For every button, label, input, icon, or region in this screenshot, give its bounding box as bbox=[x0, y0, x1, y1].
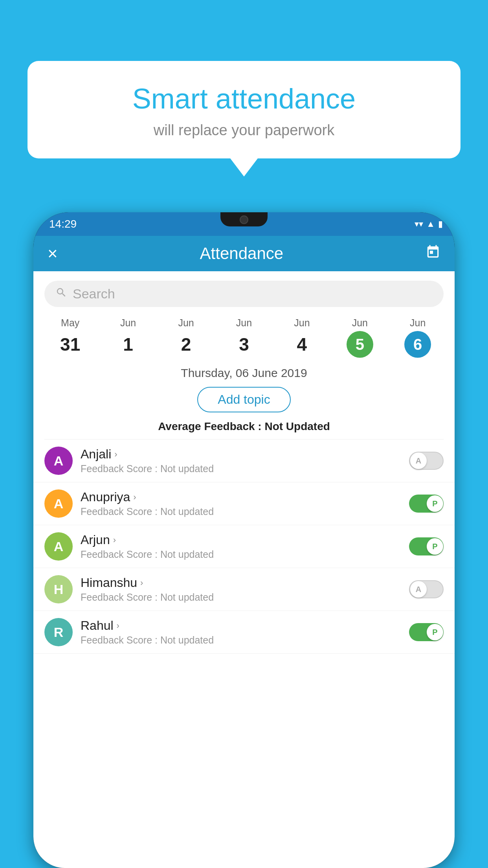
calendar-strip: May31Jun1Jun2Jun3Jun4Jun5Jun6 bbox=[33, 313, 455, 364]
status-time: 14:29 bbox=[49, 218, 77, 230]
search-placeholder: Search bbox=[73, 286, 115, 302]
attendance-toggle[interactable]: P bbox=[409, 495, 444, 513]
attendance-toggle[interactable]: P bbox=[409, 623, 444, 641]
selected-date: Thursday, 06 June 2019 bbox=[33, 366, 455, 380]
student-name: Himanshu › bbox=[81, 576, 401, 590]
cal-month-label: Jun bbox=[273, 317, 331, 329]
avatar: R bbox=[44, 618, 73, 646]
calendar-day[interactable]: Jun3 bbox=[215, 317, 273, 358]
cal-date-label[interactable]: 4 bbox=[288, 331, 315, 358]
phone-frame: 14:29 ▾▾ ▲ ▮ × Attendance Search bbox=[33, 212, 455, 868]
students-list: AAnjali ›Feedback Score : Not updatedAAA… bbox=[33, 440, 455, 654]
calendar-day[interactable]: May31 bbox=[41, 317, 99, 358]
status-icons: ▾▾ ▲ ▮ bbox=[415, 219, 443, 229]
toggle-knob: P bbox=[427, 624, 443, 640]
chevron-icon: › bbox=[113, 535, 116, 545]
battery-icon: ▮ bbox=[438, 219, 443, 229]
cal-date-label[interactable]: 1 bbox=[115, 331, 141, 358]
student-row[interactable]: AArjun ›Feedback Score : Not updatedP bbox=[33, 525, 455, 568]
signal-icon: ▲ bbox=[426, 219, 435, 229]
toggle-knob: P bbox=[427, 495, 443, 512]
phone-camera bbox=[240, 215, 248, 224]
student-info: Himanshu ›Feedback Score : Not updated bbox=[81, 576, 401, 603]
cal-month-label: Jun bbox=[389, 317, 447, 329]
toggle-knob: A bbox=[410, 452, 427, 469]
average-feedback: Average Feedback : Not Updated bbox=[33, 420, 455, 433]
phone-notch bbox=[220, 212, 268, 226]
cal-month-label: Jun bbox=[99, 317, 157, 329]
add-topic-button[interactable]: Add topic bbox=[197, 387, 290, 412]
cal-date-label[interactable]: 6 bbox=[404, 331, 431, 358]
toggle-knob: A bbox=[410, 581, 427, 598]
app-header: × Attendance bbox=[33, 236, 455, 271]
student-name: Arjun › bbox=[81, 533, 401, 547]
cal-month-label: Jun bbox=[215, 317, 273, 329]
avg-feedback-label: Average Feedback : bbox=[158, 420, 262, 432]
toggle-knob: P bbox=[427, 538, 443, 555]
attendance-toggle[interactable]: A bbox=[409, 580, 444, 598]
search-bar[interactable]: Search bbox=[44, 281, 444, 307]
attendance-toggle[interactable]: A bbox=[409, 452, 444, 470]
avatar: A bbox=[44, 532, 73, 561]
avatar: A bbox=[44, 447, 73, 475]
speech-bubble: Smart attendance will replace your paper… bbox=[28, 61, 460, 158]
calendar-day[interactable]: Jun2 bbox=[157, 317, 215, 358]
student-name: Anupriya › bbox=[81, 490, 401, 504]
student-info: Rahul ›Feedback Score : Not updated bbox=[81, 618, 401, 646]
student-info: Anjali ›Feedback Score : Not updated bbox=[81, 447, 401, 474]
search-icon bbox=[55, 287, 67, 301]
student-row[interactable]: AAnupriya ›Feedback Score : Not updatedP bbox=[33, 482, 455, 525]
calendar-day[interactable]: Jun1 bbox=[99, 317, 157, 358]
feedback-score: Feedback Score : Not updated bbox=[81, 463, 401, 474]
calendar-day[interactable]: Jun6 bbox=[389, 317, 447, 358]
cal-date-label[interactable]: 31 bbox=[57, 331, 84, 358]
bubble-title: Smart attendance bbox=[51, 83, 437, 115]
calendar-day[interactable]: Jun4 bbox=[273, 317, 331, 358]
cal-date-label[interactable]: 2 bbox=[173, 331, 200, 358]
feedback-score: Feedback Score : Not updated bbox=[81, 592, 401, 603]
cal-date-label[interactable]: 5 bbox=[347, 331, 373, 358]
cal-month-label: Jun bbox=[157, 317, 215, 329]
avatar: A bbox=[44, 489, 73, 518]
student-info: Arjun ›Feedback Score : Not updated bbox=[81, 533, 401, 560]
bubble-subtitle: will replace your paperwork bbox=[51, 122, 437, 139]
header-title: Attendance bbox=[200, 244, 284, 263]
calendar-day[interactable]: Jun5 bbox=[331, 317, 389, 358]
wifi-icon: ▾▾ bbox=[415, 219, 423, 229]
close-button[interactable]: × bbox=[48, 245, 58, 262]
avg-feedback-value: Not Updated bbox=[264, 420, 330, 432]
cal-month-label: May bbox=[41, 317, 99, 329]
chevron-icon: › bbox=[140, 578, 143, 588]
student-name: Anjali › bbox=[81, 447, 401, 462]
student-name: Rahul › bbox=[81, 618, 401, 633]
student-row[interactable]: HHimanshu ›Feedback Score : Not updatedA bbox=[33, 568, 455, 611]
student-info: Anupriya ›Feedback Score : Not updated bbox=[81, 490, 401, 517]
cal-date-label[interactable]: 3 bbox=[231, 331, 257, 358]
student-row[interactable]: AAnjali ›Feedback Score : Not updatedA bbox=[33, 440, 455, 482]
feedback-score: Feedback Score : Not updated bbox=[81, 634, 401, 646]
feedback-score: Feedback Score : Not updated bbox=[81, 506, 401, 517]
chevron-icon: › bbox=[133, 492, 136, 502]
student-row[interactable]: RRahul ›Feedback Score : Not updatedP bbox=[33, 611, 455, 654]
cal-month-label: Jun bbox=[331, 317, 389, 329]
chevron-icon: › bbox=[117, 621, 119, 631]
chevron-icon: › bbox=[114, 449, 117, 460]
calendar-icon[interactable] bbox=[426, 245, 440, 263]
feedback-score: Feedback Score : Not updated bbox=[81, 549, 401, 560]
avatar: H bbox=[44, 575, 73, 603]
attendance-toggle[interactable]: P bbox=[409, 537, 444, 555]
phone-content: Search May31Jun1Jun2Jun3Jun4Jun5Jun6 Thu… bbox=[33, 271, 455, 868]
